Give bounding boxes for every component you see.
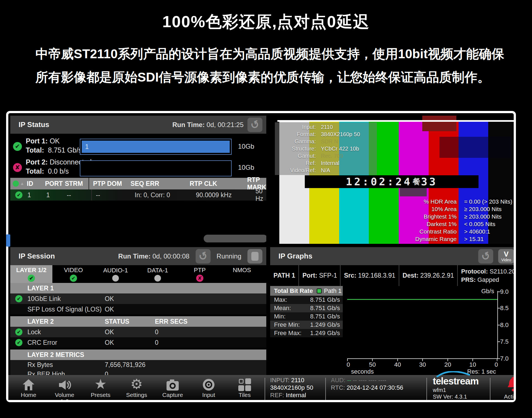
y-axis-unit: Gb/s [481, 288, 494, 295]
check-icon: ✔ [70, 275, 77, 282]
info-label: Input: [275, 124, 316, 130]
bitrate-graph: Gb/s 9.0 8.5 8.0 7.5 7.0 0 50 40 30 20 1… [346, 286, 514, 375]
ip-status-reset-button[interactable]: ↺ [247, 118, 262, 132]
col-seq-err: SEQ ERR [129, 180, 190, 188]
path-protocol: Protocol: S2110.20 PRS: Gapped [458, 265, 514, 286]
hdr-value: ≥ 203.000 Nits [464, 206, 502, 212]
cell-rtp-mark: 50 Hz [255, 188, 266, 202]
tab-data-1[interactable]: DATA-1 [137, 265, 179, 283]
side-drag-tab[interactable] [6, 234, 10, 247]
port1-text: Port 1: OK Total: 8.751 Gb/s [26, 136, 82, 155]
stream-table-row[interactable]: ✔ 1 1 -- -- In: 0, Corr: 0 90.0009 kHz 5… [10, 189, 266, 201]
ports-section: ✔ Port 1: OK Total: 8.751 Gb/s 1 10Gb ✘ [10, 134, 266, 178]
bottom-toolbar: Home Volume1-2 ★ Presets ⚙ Settin [8, 375, 514, 400]
port1-speed-label: 10Gb [238, 143, 254, 150]
tab-nmos[interactable]: NMOS [221, 265, 263, 283]
volume-icon [58, 377, 71, 391]
y-tick: 8.0 [500, 321, 509, 329]
port1-ok-icon: ✔ [13, 142, 22, 151]
ip-session-reset-button[interactable]: ↺ [196, 249, 211, 264]
video-select-button[interactable]: VVideo [498, 249, 514, 264]
hdr-label: 10% Area [346, 206, 457, 212]
x-tick: 0 [347, 361, 350, 368]
tiles-button[interactable]: Tiles [233, 377, 257, 400]
ip-status-runtime: Run Time: 0d, 00:21:25 [172, 121, 244, 129]
bitrate-trend-line [347, 299, 497, 300]
bitrate-row-mean: Mean:8.751 Gb/s [270, 304, 343, 312]
port2-row: ✘ Port 2: Disconnected Total: 0.0 b/s 10… [10, 156, 266, 180]
col-id: ID [27, 180, 45, 188]
neutral-dot-icon [112, 275, 119, 282]
x-tick: 50 [369, 361, 376, 368]
presets-button[interactable]: ★ Presets [89, 377, 112, 400]
x-tick: 0 [495, 361, 498, 368]
col-port: PORT [45, 180, 65, 188]
activity-button[interactable]: Activity [499, 377, 514, 400]
check-icon: ✔ [15, 339, 22, 346]
hdr-label: Darkest 1% [346, 221, 457, 227]
x-tick: 10 [469, 361, 476, 368]
settings-button[interactable]: ⚙ Settings [125, 377, 149, 400]
toolbar-divider [426, 378, 427, 400]
ip-status-panel: IP Status Run Time: 0d, 00:21:25 ↺ ✔ Por… [10, 116, 266, 244]
logo-arc-icon [434, 371, 476, 377]
cell-id: 1 [27, 191, 46, 199]
layer2-section-header: LAYER 2STATUSERR SECS [10, 316, 266, 327]
dark-red-overlay-block [422, 116, 456, 131]
ip-session-title: IP Session [19, 252, 55, 260]
ip-graphs-reset-button[interactable]: ↺ [478, 249, 493, 264]
input-button[interactable]: Input [197, 377, 221, 400]
ip-graphs-panel: IP Graphs ↺ VVideo PATH 1 Port: SFP-1 Sr… [270, 247, 514, 375]
horizontal-scrollbar[interactable] [204, 235, 266, 242]
tab-audio-1[interactable]: AUDIO-1 [94, 265, 137, 283]
tab-ptp[interactable]: PTP✘ [179, 265, 221, 283]
toolbar-divider [325, 378, 326, 400]
sort-triangle-icon: ▲ [20, 181, 24, 186]
x-axis-label: seconds [351, 368, 374, 375]
path1-legend-icon [317, 288, 322, 293]
stream-ok-icon: ✔ [15, 191, 22, 199]
check-icon: ✔ [15, 295, 22, 302]
session-row-rx-ber: Rx BER High0 [10, 369, 266, 375]
stop-icon [251, 252, 259, 261]
capture-button[interactable]: Capture [161, 377, 185, 400]
info-label: Format: [275, 131, 316, 138]
tab-video[interactable]: VIDEO✔ [52, 265, 94, 283]
info-label: Ref: [275, 160, 316, 166]
path-port: Port: SFP-1 [299, 265, 341, 286]
stop-button[interactable] [247, 249, 262, 264]
status-dot-icon [13, 181, 19, 187]
check-icon: ✔ [15, 328, 22, 336]
info-value-dim: SDR N [321, 138, 338, 145]
info-value: 2110 [321, 124, 333, 130]
reset-icon: ↺ [249, 117, 261, 132]
check-icon: ✔ [28, 275, 35, 282]
activity-bell-icon [507, 377, 514, 393]
hdr-value: > 40600:1 [464, 228, 490, 235]
cell-rtp-clk: 90.0009 kHz [196, 191, 255, 199]
port2-error-icon: ✘ [13, 163, 22, 172]
y-tick: 7.0 [500, 355, 509, 362]
device-name: wfm1 [433, 387, 479, 393]
home-button[interactable]: Home [17, 377, 40, 400]
ip-status-title: IP Status [19, 120, 49, 129]
port2-field[interactable] [80, 160, 232, 176]
tab-layer-1-2[interactable]: LAYER 1/2✔ [10, 265, 52, 283]
volume-button[interactable]: Volume1-2 [53, 377, 76, 400]
tiles-grid-icon [238, 377, 251, 391]
info-label: Gamma: [275, 138, 316, 145]
cell-port: 1 [46, 191, 67, 199]
col-strm: STRM [65, 180, 88, 188]
error-icon: ✘ [196, 275, 203, 282]
hdr-value: ≥ 203.000 Nits [464, 213, 502, 220]
timecode-glyph: 餐 [413, 176, 420, 187]
wfm-app-content: IP Status Run Time: 0d, 00:21:25 ↺ ✔ Por… [8, 113, 514, 400]
y-tick: 9.0 [500, 288, 509, 295]
toolbar-divider [265, 378, 265, 400]
bitrate-row-free-min: Free Min:1.249 Gb/s [270, 321, 343, 329]
port1-field[interactable]: 1 [80, 139, 232, 155]
y-tick: 7.5 [500, 338, 509, 345]
hdr-label: Brightest 1% [346, 213, 457, 220]
ip-session-panel: IP Session Run Time: 0d, 00:00:08 ↺ Runn… [10, 247, 266, 375]
sort-icons[interactable]: ▲ [10, 181, 27, 187]
